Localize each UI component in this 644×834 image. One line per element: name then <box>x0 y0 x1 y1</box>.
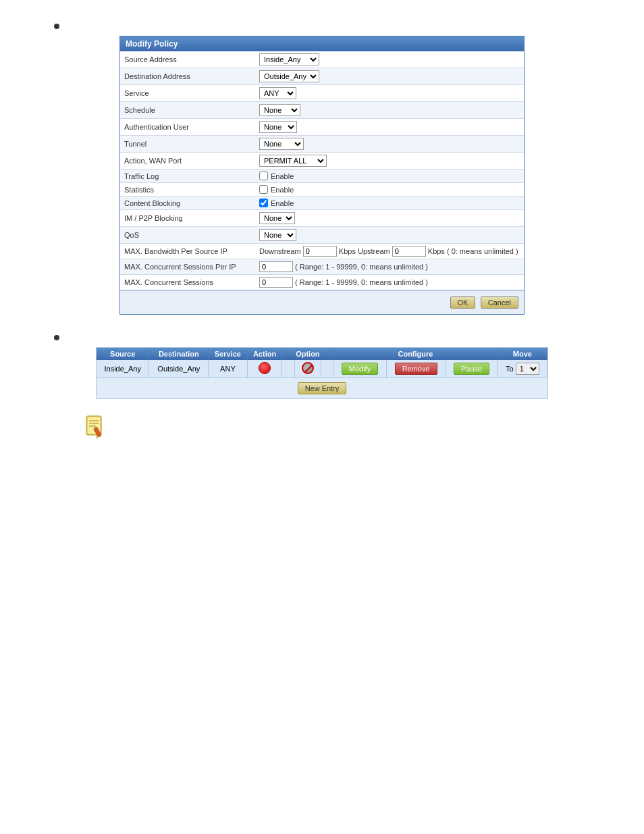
service-select[interactable]: ANY HTTP FTP <box>259 87 296 99</box>
pause-button[interactable]: Pause <box>454 363 489 375</box>
row-configure-pause: Pause <box>446 360 498 377</box>
source-address-row: Source Address Inside_Any Outside_Any AN… <box>120 51 524 68</box>
policy-form-table: Source Address Inside_Any Outside_Any AN… <box>120 51 524 290</box>
header-configure: Configure <box>333 348 498 360</box>
action-blocked-icon <box>302 362 314 374</box>
qos-cell: None QoS1 <box>255 227 524 244</box>
im-p2p-row: IM / P2P Blocking None Block <box>120 210 524 227</box>
kbps-unlimited-text: Kbps ( 0: means unlimited ) <box>428 247 518 255</box>
destination-address-select[interactable]: Outside_Any Inside_Any ANY <box>259 70 319 82</box>
row-action-cell <box>247 360 282 377</box>
row-destination: Outside_Any <box>149 360 209 377</box>
upstream-input[interactable] <box>392 246 426 257</box>
max-sessions-ip-row: MAX. Concurrent Sessions Per IP ( Range:… <box>120 259 524 275</box>
row-service: ANY <box>209 360 247 377</box>
destination-address-row: Destination Address Outside_Any Inside_A… <box>120 68 524 85</box>
im-p2p-label: IM / P2P Blocking <box>120 210 255 227</box>
modify-button[interactable]: Modify <box>342 363 378 375</box>
schedule-cell: None Always <box>255 102 524 119</box>
auth-user-label: Authentication User <box>120 119 255 136</box>
destination-address-label: Destination Address <box>120 68 255 85</box>
traffic-log-row: Traffic Log Enable <box>120 170 524 183</box>
traffic-log-checkbox-label: Enable <box>259 172 520 180</box>
statistics-enable-text: Enable <box>271 186 294 194</box>
traffic-log-label: Traffic Log <box>120 170 255 183</box>
action-wan-select[interactable]: PERMIT ALL DENY <box>259 155 327 167</box>
row-option2 <box>295 360 321 377</box>
content-blocking-checkbox[interactable] <box>259 199 268 207</box>
max-sessions-ip-input[interactable] <box>259 261 293 272</box>
traffic-log-cell: Enable <box>255 170 524 183</box>
source-address-cell: Inside_Any Outside_Any ANY <box>255 51 524 68</box>
statistics-cell: Enable <box>255 183 524 197</box>
move-select[interactable]: 1 2 <box>516 363 539 375</box>
service-label: Service <box>120 85 255 102</box>
content-blocking-cell: Enable <box>255 197 524 210</box>
remove-button[interactable]: Remove <box>395 363 437 375</box>
new-entry-button[interactable]: New Entry <box>298 382 347 394</box>
traffic-log-checkbox[interactable] <box>259 172 268 180</box>
qos-row: QoS None QoS1 <box>120 227 524 244</box>
schedule-row: Schedule None Always <box>120 102 524 119</box>
destination-address-cell: Outside_Any Inside_Any ANY <box>255 68 524 85</box>
max-sessions-ip-range-text: ( Range: 1 - 99999, 0: means unlimited ) <box>295 263 428 271</box>
max-bandwidth-cell: Downstream Kbps Upstream Kbps ( 0: means… <box>255 244 524 259</box>
downstream-input[interactable] <box>303 246 337 257</box>
policy-list-footer: New Entry <box>97 377 547 398</box>
max-bandwidth-row: MAX. Bandwidth Per Source IP Downstream … <box>120 244 524 259</box>
statistics-checkbox-label: Enable <box>259 185 520 194</box>
header-option: Option <box>282 348 333 360</box>
content-blocking-enable-text: Enable <box>271 199 294 207</box>
schedule-select[interactable]: None Always <box>259 104 300 116</box>
pencil-note-icon <box>81 413 108 440</box>
schedule-label: Schedule <box>120 102 255 119</box>
service-cell: ANY HTTP FTP <box>255 85 524 102</box>
qos-select[interactable]: None QoS1 <box>259 229 296 241</box>
ok-button[interactable]: OK <box>450 296 476 309</box>
max-sessions-ip-cell: ( Range: 1 - 99999, 0: means unlimited ) <box>255 259 524 275</box>
policy-list-table: Source Destination Service Action Option… <box>97 348 547 377</box>
move-to-label: To <box>506 365 514 373</box>
policy-list-container: Source Destination Service Action Option… <box>96 347 548 399</box>
bullet-point-2 <box>54 335 59 340</box>
source-address-select[interactable]: Inside_Any Outside_Any ANY <box>259 53 319 66</box>
modify-policy-header: Modify Policy <box>120 36 524 51</box>
tunnel-select[interactable]: None Tunnel1 <box>259 138 304 150</box>
statistics-checkbox[interactable] <box>259 185 268 194</box>
auth-user-select[interactable]: None User1 <box>259 121 297 133</box>
max-sessions-row: MAX. Concurrent Sessions ( Range: 1 - 99… <box>120 275 524 290</box>
downstream-label: Downstream <box>259 247 303 255</box>
statistics-label: Statistics <box>120 183 255 197</box>
row-option1 <box>282 360 295 377</box>
modify-policy-button-row: OK Cancel <box>120 290 524 314</box>
row-move: To 1 2 <box>498 360 547 377</box>
traffic-log-enable-text: Enable <box>271 172 294 180</box>
header-service: Service <box>209 348 247 360</box>
action-wan-label: Action, WAN Port <box>120 153 255 170</box>
note-icon-container <box>81 413 630 442</box>
service-row: Service ANY HTTP FTP <box>120 85 524 102</box>
action-wan-row: Action, WAN Port PERMIT ALL DENY <box>120 153 524 170</box>
im-p2p-select[interactable]: None Block <box>259 212 295 224</box>
tunnel-cell: None Tunnel1 <box>255 136 524 153</box>
qos-label: QoS <box>120 227 255 244</box>
content-blocking-checkbox-label: Enable <box>259 199 520 207</box>
row-configure-modify: Modify <box>333 360 386 377</box>
policy-list-header-row: Source Destination Service Action Option… <box>97 348 547 360</box>
tunnel-row: Tunnel None Tunnel1 <box>120 136 524 153</box>
tunnel-label: Tunnel <box>120 136 255 153</box>
action-wan-cell: PERMIT ALL DENY <box>255 153 524 170</box>
modify-policy-container: Modify Policy Source Address Inside_Any … <box>119 36 525 315</box>
header-move: Move <box>498 348 547 360</box>
row-configure-remove: Remove <box>386 360 446 377</box>
max-sessions-ip-label: MAX. Concurrent Sessions Per IP <box>120 259 255 275</box>
content-blocking-row: Content Blocking Enable <box>120 197 524 210</box>
header-destination: Destination <box>149 348 209 360</box>
content-blocking-label: Content Blocking <box>120 197 255 210</box>
cancel-button[interactable]: Cancel <box>481 296 518 309</box>
auth-user-row: Authentication User None User1 <box>120 119 524 136</box>
max-sessions-input[interactable] <box>259 277 293 288</box>
header-action: Action <box>247 348 282 360</box>
header-source: Source <box>97 348 149 360</box>
kbps-downstream-label: Kbps Upstream <box>339 247 392 255</box>
